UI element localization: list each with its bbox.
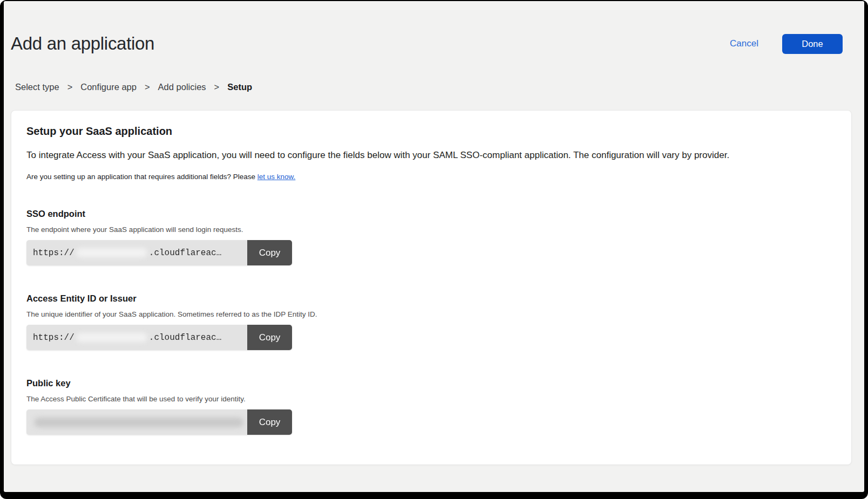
breadcrumb-separator-icon: >	[145, 82, 150, 92]
public-key-value-row: Copy	[26, 409, 292, 435]
field-label: Access Entity ID or Issuer	[26, 293, 836, 304]
sso-endpoint-copy-button[interactable]: Copy	[247, 240, 292, 265]
page-title: Add an application	[11, 33, 154, 54]
breadcrumb-step-add-policies[interactable]: Add policies	[158, 82, 206, 92]
field-label: Public key	[26, 378, 836, 388]
breadcrumb-step-setup: Setup	[227, 82, 252, 92]
value-prefix: https://	[33, 333, 74, 343]
field-access-entity-id: Access Entity ID or Issuer The unique id…	[26, 293, 836, 350]
breadcrumb-step-configure-app[interactable]: Configure app	[80, 82, 137, 92]
card-intro-text: To integrate Access with your SaaS appli…	[26, 149, 836, 161]
field-description: The unique identifier of your SaaS appli…	[26, 310, 836, 318]
entity-id-value-row: https://.cloudflareac… Copy	[26, 325, 292, 350]
entity-id-copy-button[interactable]: Copy	[247, 325, 292, 350]
redacted-team-name	[76, 333, 147, 342]
setup-card: Setup your SaaS application To integrate…	[11, 110, 852, 465]
public-key-value	[26, 409, 247, 435]
value-prefix: https://	[33, 248, 74, 258]
cancel-button[interactable]: Cancel	[730, 38, 758, 49]
value-suffix: .cloudflareac…	[149, 248, 221, 258]
breadcrumb-separator-icon: >	[214, 82, 220, 92]
public-key-copy-button[interactable]: Copy	[247, 409, 292, 435]
let-us-know-link[interactable]: let us know.	[257, 173, 296, 181]
app-screen: Add an application Cancel Done Select ty…	[4, 1, 864, 492]
card-heading: Setup your SaaS application	[26, 125, 836, 138]
redacted-team-name	[76, 248, 147, 257]
field-label: SSO endpoint	[26, 209, 836, 219]
breadcrumb-step-select-type[interactable]: Select type	[15, 82, 59, 92]
field-description: The endpoint where your SaaS application…	[26, 225, 836, 234]
breadcrumb: Select type > Configure app > Add polici…	[15, 82, 864, 92]
page-header: Add an application Cancel Done	[11, 33, 843, 54]
done-button[interactable]: Done	[782, 34, 843, 54]
card-note: Are you setting up an application that r…	[26, 173, 836, 181]
redacted-certificate	[34, 418, 243, 427]
note-text: Are you setting up an application that r…	[26, 173, 257, 181]
screenshot-frame: Add an application Cancel Done Select ty…	[0, 0, 868, 499]
sso-endpoint-value: https://.cloudflareac…	[26, 240, 247, 265]
value-suffix: .cloudflareac…	[149, 333, 221, 343]
sso-endpoint-value-row: https://.cloudflareac… Copy	[26, 240, 292, 265]
entity-id-value: https://.cloudflareac…	[26, 325, 247, 350]
field-description: The Access Public Certificate that will …	[26, 395, 836, 403]
breadcrumb-separator-icon: >	[67, 82, 73, 92]
field-public-key: Public key The Access Public Certificate…	[26, 378, 836, 435]
header-actions: Cancel Done	[730, 34, 843, 54]
field-sso-endpoint: SSO endpoint The endpoint where your Saa…	[26, 209, 836, 265]
